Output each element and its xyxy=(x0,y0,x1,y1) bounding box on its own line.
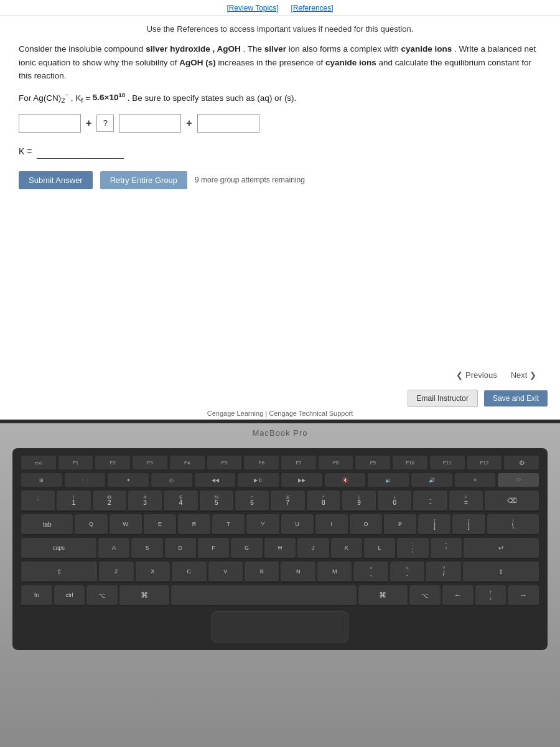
equation-input-1[interactable] xyxy=(19,114,81,133)
key-volup[interactable]: 🔊 xyxy=(411,473,452,487)
key-f1[interactable]: F1 xyxy=(58,456,93,469)
key-f10[interactable]: F10 xyxy=(393,456,427,469)
key-f2[interactable]: F2 xyxy=(95,456,130,469)
key-u[interactable]: U xyxy=(281,514,314,535)
key-bright-toggle[interactable]: ☀ xyxy=(455,473,496,487)
key-n[interactable]: N xyxy=(281,561,315,583)
key-shift-right[interactable]: ⇧ xyxy=(463,561,539,583)
key-capslock[interactable]: caps xyxy=(21,538,96,559)
key-f12[interactable]: F12 xyxy=(467,456,502,469)
key-2[interactable]: @2 xyxy=(93,491,126,512)
key-6[interactable]: ^6 xyxy=(235,491,269,512)
key-1[interactable]: !1 xyxy=(57,491,90,512)
key-backspace[interactable]: ⌫ xyxy=(485,491,539,512)
key-p[interactable]: P xyxy=(384,514,416,535)
key-l[interactable]: L xyxy=(364,538,395,559)
k-input[interactable] xyxy=(37,144,124,159)
equation-input-3[interactable] xyxy=(197,114,259,133)
key-t[interactable]: T xyxy=(212,514,245,535)
key-x[interactable]: X xyxy=(136,561,170,583)
key-h[interactable]: H xyxy=(264,538,296,559)
references-link[interactable]: [References] xyxy=(291,4,334,12)
key-ctrl[interactable]: ctrl xyxy=(54,585,85,606)
key-3[interactable]: #3 xyxy=(128,491,162,512)
key-playpause[interactable]: ▶⏸ xyxy=(238,473,279,487)
key-shift-left[interactable]: ⇧ xyxy=(21,561,97,583)
key-f9[interactable]: F9 xyxy=(355,456,390,469)
key-rewind[interactable]: ◀◀ xyxy=(195,473,236,487)
equation-helper-button[interactable]: ? xyxy=(96,115,114,132)
key-option-right[interactable]: ⌥ xyxy=(409,585,441,606)
key-w[interactable]: W xyxy=(110,514,142,535)
key-return[interactable]: ↵ xyxy=(464,538,539,559)
key-backslash[interactable]: |\ xyxy=(487,514,539,535)
key-m[interactable]: M xyxy=(317,561,352,583)
key-semicolon[interactable]: :; xyxy=(397,538,428,559)
key-cmd-right[interactable]: ⌘ xyxy=(358,585,408,606)
key-k[interactable]: K xyxy=(331,538,362,559)
key-spotlight[interactable]: ✦ xyxy=(108,473,149,487)
key-j[interactable]: J xyxy=(297,538,329,559)
key-a[interactable]: A xyxy=(98,538,129,559)
key-quote[interactable]: "' xyxy=(431,538,462,559)
key-e[interactable]: E xyxy=(144,514,176,535)
key-g[interactable]: G xyxy=(231,538,262,559)
key-open-bracket[interactable]: {[ xyxy=(418,514,450,535)
key-f[interactable]: F xyxy=(198,538,229,559)
email-instructor-button[interactable]: Email Instructor xyxy=(408,390,478,407)
key-f4[interactable]: F4 xyxy=(170,456,205,469)
key-mute[interactable]: 🔇 xyxy=(325,473,366,487)
key-r[interactable]: R xyxy=(178,514,210,535)
review-topics-link[interactable]: [Review Topics] xyxy=(226,4,278,12)
key-comma[interactable]: <, xyxy=(353,561,388,583)
submit-answer-button[interactable]: Submit Answer xyxy=(19,171,93,189)
key-7[interactable]: &7 xyxy=(271,491,304,512)
key-b[interactable]: B xyxy=(245,561,279,583)
key-f5[interactable]: F5 xyxy=(207,456,242,469)
key-f7[interactable]: F7 xyxy=(281,456,316,469)
key-arrow-left[interactable]: ← xyxy=(442,585,474,606)
key-space[interactable] xyxy=(171,585,357,606)
save-and-exit-button[interactable]: Save and Exit xyxy=(484,390,548,406)
key-z[interactable]: Z xyxy=(99,561,133,583)
key-4[interactable]: $4 xyxy=(164,491,197,512)
key-period[interactable]: >. xyxy=(390,561,424,583)
key-i[interactable]: I xyxy=(315,514,348,535)
key-s[interactable]: S xyxy=(131,538,162,559)
key-q[interactable]: Q xyxy=(75,514,107,535)
key-5[interactable]: %5 xyxy=(200,491,233,512)
key-tab[interactable]: tab xyxy=(21,514,73,535)
key-voldown[interactable]: 🔉 xyxy=(368,473,409,487)
previous-button[interactable]: Previous xyxy=(451,368,502,382)
key-fastfwd[interactable]: ▶▶ xyxy=(281,473,322,487)
key-o[interactable]: O xyxy=(350,514,382,535)
key-f3[interactable]: F3 xyxy=(133,456,167,469)
key-close-bracket[interactable]: }] xyxy=(452,514,485,535)
key-equals[interactable]: += xyxy=(449,491,483,512)
equation-input-2[interactable] xyxy=(119,114,181,133)
key-f6[interactable]: F6 xyxy=(244,456,279,469)
key-slash[interactable]: ?/ xyxy=(426,561,460,583)
key-esc[interactable]: esc xyxy=(21,456,56,469)
key-y[interactable]: Y xyxy=(246,514,279,535)
key-9[interactable]: (9 xyxy=(342,491,376,512)
key-grid[interactable]: ⊞ xyxy=(21,473,62,487)
key-fn[interactable]: fn xyxy=(21,585,52,606)
key-arrow-right[interactable]: → xyxy=(508,585,539,606)
retry-group-button[interactable]: Retry Entire Group xyxy=(100,171,187,189)
key-backtick[interactable]: ~` xyxy=(21,491,55,512)
key-cmd-left[interactable]: ⌘ xyxy=(119,585,169,606)
key-mctl[interactable]: ⋮⋮ xyxy=(65,473,106,487)
key-siri[interactable]: ◎ xyxy=(151,473,192,487)
touchpad[interactable] xyxy=(212,611,348,642)
key-f8[interactable]: F8 xyxy=(319,456,353,469)
key-minus[interactable]: _- xyxy=(413,491,447,512)
key-v[interactable]: V xyxy=(208,561,243,583)
key-d[interactable]: D xyxy=(165,538,196,559)
key-f11[interactable]: F11 xyxy=(430,456,465,469)
key-0[interactable]: )0 xyxy=(378,491,411,512)
key-c[interactable]: C xyxy=(172,561,206,583)
key-touchid[interactable]: ⬭ xyxy=(498,473,539,487)
key-power[interactable]: ⏻ xyxy=(504,456,539,469)
next-button[interactable]: Next xyxy=(506,368,541,382)
